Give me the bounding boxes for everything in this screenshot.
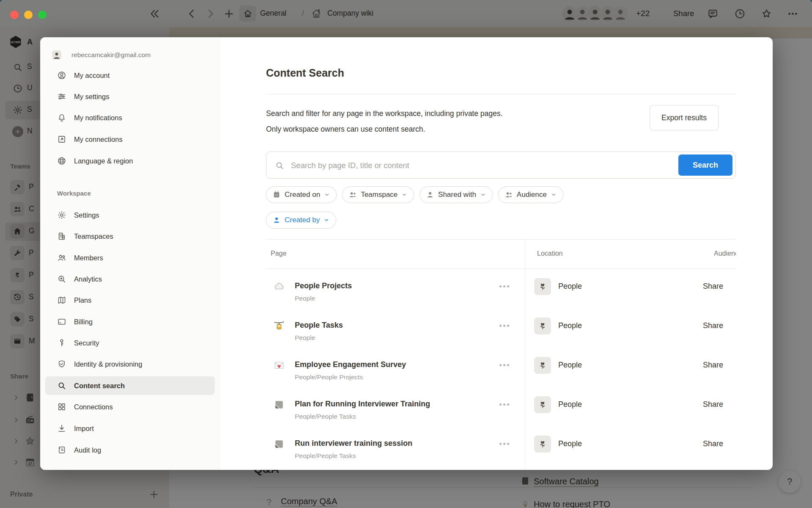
building-icon	[57, 232, 66, 241]
export-results-button[interactable]: Export results	[650, 105, 719, 130]
settings-nav-teamspaces[interactable]: Teamspaces	[45, 227, 215, 246]
workspace-section-label: Workspace	[57, 190, 91, 197]
column-header-location: Location	[537, 250, 563, 257]
members-icon	[57, 253, 66, 262]
person-circle-icon	[57, 71, 66, 80]
settings-nav-content-search[interactable]: Content search	[45, 376, 215, 395]
settings-nav-my-connections[interactable]: My connections	[45, 130, 215, 149]
column-header-page: Page	[271, 250, 286, 257]
settings-nav-members[interactable]: Members	[45, 248, 215, 267]
filter-chips: Created on Teamspace Shared with Audienc…	[266, 186, 563, 203]
table-row[interactable]: People Tasks People People Share	[266, 308, 736, 347]
content-search-bar: Search	[266, 152, 736, 179]
gear-icon	[57, 210, 66, 220]
settings-nav-audit-log[interactable]: Audit log	[45, 441, 215, 459]
settings-sidebar: rebeccamcakir@gmail.com My account My se…	[40, 37, 220, 470]
page-title[interactable]: People Tasks	[295, 321, 343, 330]
page-path: People/People Tasks	[295, 452, 356, 460]
filter-teamspace[interactable]: Teamspace	[342, 186, 414, 203]
bell-icon	[57, 113, 66, 122]
map-icon	[57, 295, 66, 305]
settings-nav-connections[interactable]: Connections	[45, 398, 215, 416]
settings-nav-my-account[interactable]: My account	[45, 66, 215, 85]
settings-nav-billing[interactable]: Billing	[45, 312, 215, 331]
grid-icon	[57, 402, 66, 411]
row-audience: Share	[703, 282, 736, 291]
row-audience: Share	[703, 400, 736, 409]
page-path: People/People Projects	[295, 373, 363, 381]
search-icon	[57, 381, 66, 390]
table-row[interactable]: Run interviewer training session People/…	[266, 426, 736, 465]
calendar-icon	[272, 190, 281, 199]
person-icon	[272, 216, 281, 224]
settings-nav-my-settings[interactable]: My settings	[45, 87, 215, 106]
table-row[interactable]: People Projects People People Share	[266, 268, 736, 308]
row-location: People	[558, 439, 582, 448]
shield-check-icon	[57, 359, 66, 369]
page-path: People	[295, 295, 315, 302]
settings-nav-language-region[interactable]: Language & region	[45, 152, 215, 170]
teamspace-flower-icon	[534, 396, 551, 413]
content-search-panel: Content Search Search and filter for any…	[220, 37, 773, 470]
scroll-icon	[57, 445, 66, 455]
panel-description: Search and filter for any page in the wo…	[266, 106, 502, 137]
settings-nav-my-notifications[interactable]: My notifications	[45, 108, 215, 127]
row-more-icon[interactable]	[499, 403, 509, 406]
page-path: People/People Tasks	[295, 413, 356, 420]
love-letter-icon	[273, 359, 285, 371]
people-icon	[348, 190, 357, 199]
row-audience: Share	[703, 361, 736, 370]
person-icon	[426, 190, 434, 199]
globe-icon	[57, 156, 66, 166]
note-icon	[273, 438, 285, 450]
row-location: People	[558, 361, 582, 370]
page-title[interactable]: Employee Engagement Survey	[295, 360, 406, 369]
settings-nav-import[interactable]: Import	[45, 419, 215, 438]
download-icon	[57, 424, 66, 433]
chevron-down-icon	[401, 192, 407, 198]
account-header: rebeccamcakir@gmail.com	[45, 46, 215, 64]
search-input[interactable]	[290, 152, 715, 179]
account-email: rebeccamcakir@gmail.com	[71, 51, 151, 59]
row-more-icon[interactable]	[499, 443, 509, 445]
filter-created-on[interactable]: Created on	[266, 186, 337, 203]
row-more-icon[interactable]	[499, 364, 509, 366]
search-icon	[275, 161, 284, 170]
minimize-window-button[interactable]	[24, 11, 33, 19]
table-row[interactable]: Plan for Running Interviewer Training Pe…	[266, 387, 736, 426]
row-more-icon[interactable]	[499, 285, 509, 287]
close-window-button[interactable]	[10, 11, 19, 19]
filter-shared-with[interactable]: Shared with	[420, 186, 493, 203]
divider	[266, 94, 736, 94]
teamspace-flower-icon	[534, 278, 551, 295]
row-audience: Share	[703, 439, 736, 448]
people-icon	[505, 190, 513, 199]
page-path: People	[295, 334, 315, 342]
search-button[interactable]: Search	[678, 155, 732, 176]
row-location: People	[558, 282, 582, 291]
zoom-window-button[interactable]	[38, 11, 47, 19]
page-title[interactable]: Plan for Running Interviewer Training	[295, 400, 430, 409]
window-controls	[10, 11, 47, 19]
row-more-icon[interactable]	[499, 325, 509, 327]
settings-nav-security[interactable]: Security	[45, 334, 215, 352]
teamspace-flower-icon	[534, 318, 551, 334]
settings-nav-plans[interactable]: Plans	[45, 291, 215, 309]
page-title[interactable]: People Projects	[295, 282, 352, 290]
settings-nav-identity[interactable]: Identity & provisioning	[45, 355, 215, 373]
page-title[interactable]: Run interviewer training session	[295, 439, 412, 448]
filter-audience[interactable]: Audience	[498, 186, 563, 203]
row-location: People	[558, 400, 582, 409]
active-filter-row: Created by	[266, 212, 336, 229]
settings-nav-analytics[interactable]: Analytics	[45, 270, 215, 288]
cloud-icon	[273, 281, 285, 293]
chevron-down-icon	[551, 192, 557, 198]
credit-card-icon	[57, 317, 66, 326]
note-icon	[273, 399, 285, 411]
settings-nav-settings[interactable]: Settings	[45, 206, 215, 224]
filter-created-by[interactable]: Created by	[266, 212, 336, 229]
chevron-down-icon	[324, 192, 330, 198]
key-icon	[57, 338, 66, 348]
table-row[interactable]: Employee Engagement Survey People/People…	[266, 347, 736, 387]
external-link-icon	[57, 135, 66, 144]
